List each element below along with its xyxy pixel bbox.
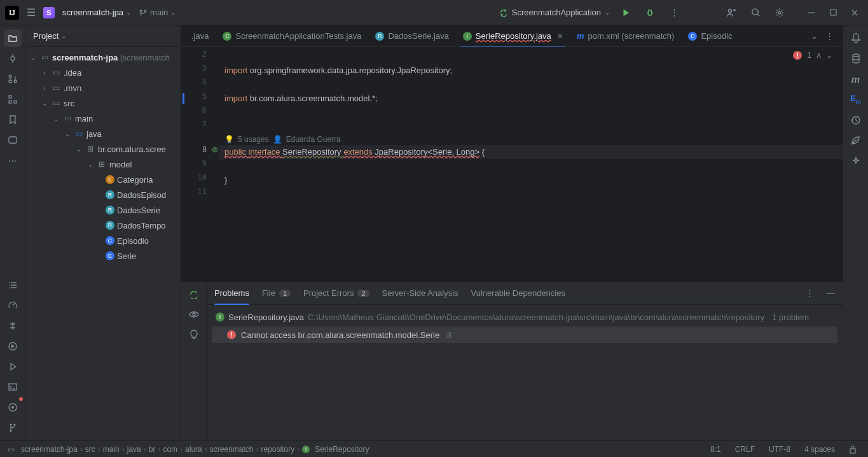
entity-button[interactable]: Em: [847, 90, 865, 108]
line-number[interactable]: 3: [181, 64, 219, 78]
ai-button[interactable]: [847, 151, 865, 169]
vcs-branch[interactable]: main ⌄: [139, 8, 176, 17]
profiler-tool-button[interactable]: [4, 297, 22, 314]
tree-main[interactable]: ⌄▭main: [25, 111, 181, 126]
breadcrumb[interactable]: screenmatch-jpa›src›main›java›br›com›alu…: [21, 445, 369, 454]
terminal-tool-button[interactable]: [4, 378, 22, 396]
problem-file-row[interactable]: I SerieRepository.java C:\Users\Matheus …: [212, 309, 837, 325]
problems-hide[interactable]: —: [827, 282, 835, 305]
tree-src[interactable]: ⌄▭src: [25, 95, 181, 111]
problem-file-path: C:\Users\Matheus Giancott\OneDrive\Docum…: [308, 313, 764, 322]
tab-serierepository[interactable]: ISerieRepository.java×: [457, 25, 569, 47]
run-button[interactable]: [617, 4, 634, 21]
maven-button[interactable]: m: [847, 70, 865, 88]
tree-mvn[interactable]: ›▭.mvn: [25, 80, 181, 95]
intellij-logo[interactable]: IJ: [5, 6, 19, 20]
tab-pom[interactable]: mpom.xml (screenmatch): [570, 25, 680, 47]
minimize-button[interactable]: [803, 4, 820, 21]
line-number[interactable]: 7: [181, 120, 219, 134]
tab-screenmatch-tests[interactable]: CScreenmatchApplicationTests.java: [216, 25, 368, 47]
history-button[interactable]: [847, 111, 865, 129]
tab-project-errors[interactable]: Project Errors2: [303, 282, 369, 305]
code-hint[interactable]: 💡5 usages👤Eduarda Guerra: [219, 134, 843, 145]
tree-root[interactable]: ⌄▭screenmatch-jpa [screenmatch: [25, 50, 181, 65]
bell-icon: [851, 33, 860, 43]
line-number[interactable]: 9: [181, 159, 219, 173]
line-number[interactable]: 2: [181, 50, 219, 64]
line-number[interactable]: 4: [181, 78, 219, 92]
code-content[interactable]: ! 1 ᴧ ⌄ import org.springframework.data.…: [219, 47, 843, 281]
tree-episodio[interactable]: CEpisodio: [25, 233, 181, 248]
readonly-toggle[interactable]: [845, 445, 860, 454]
tab-file[interactable]: File1: [262, 282, 291, 305]
tab-dadosserie[interactable]: RDadosSerie.java: [369, 25, 455, 47]
code-with-me-button[interactable]: [723, 4, 740, 21]
tree-java[interactable]: ⌄▭java: [25, 126, 181, 141]
main-menu-icon[interactable]: ☰: [27, 6, 36, 18]
notifications-button[interactable]: [847, 29, 865, 47]
spring-button[interactable]: [847, 131, 865, 149]
endpoints-tool-button[interactable]: [4, 317, 22, 335]
problems-options[interactable]: ⋮: [806, 282, 814, 305]
no-usages-icon[interactable]: ⊘: [212, 145, 218, 154]
tab-episodic[interactable]: CEpisodic: [682, 25, 738, 47]
line-number[interactable]: 6: [181, 106, 219, 120]
line-number[interactable]: 11: [181, 187, 219, 201]
run-tool-button[interactable]: [4, 358, 22, 376]
problems-list: I SerieRepository.java C:\Users\Matheus …: [207, 305, 843, 440]
file-encoding[interactable]: UTF-8: [765, 445, 794, 454]
tree-model[interactable]: ⌄⊞model: [25, 157, 181, 172]
line-separator[interactable]: CRLF: [731, 445, 759, 454]
tab-server-analysis[interactable]: Server-Side Analysis: [382, 282, 458, 305]
tree-dadosserie[interactable]: RDadosSerie: [25, 202, 181, 218]
close-tab-icon[interactable]: ×: [558, 31, 563, 41]
cursor-position[interactable]: 8:1: [706, 445, 725, 454]
search-button[interactable]: [747, 4, 764, 21]
project-tool-button[interactable]: [4, 29, 22, 47]
project-panel-header[interactable]: Project ⌄: [25, 25, 181, 47]
left-tool-rail: ⋯: [0, 25, 25, 440]
problems-tool-button[interactable]: [4, 398, 22, 416]
todo-tool-button[interactable]: [4, 276, 22, 294]
persistence-tool-button[interactable]: [4, 131, 22, 149]
endpoints-icon: [8, 321, 18, 331]
tab-partial[interactable]: .java: [185, 25, 215, 47]
tree-pkg[interactable]: ⌄⊞br.com.alura.scree: [25, 141, 181, 157]
line-number[interactable]: 5: [181, 92, 219, 106]
tab-vulnerable[interactable]: Vulnerable Dependencies: [471, 282, 565, 305]
line-number[interactable]: 8⊘: [181, 145, 219, 159]
structure-tool-button[interactable]: [4, 90, 22, 108]
tree-serie[interactable]: CSerie: [25, 248, 181, 264]
suggest-button[interactable]: [186, 327, 202, 343]
project-selector[interactable]: screenmatch-jpa ⌄: [62, 8, 131, 17]
more-actions[interactable]: ⋮: [666, 4, 682, 21]
tabs-dropdown[interactable]: ⌄: [808, 30, 820, 42]
author-icon: 👤: [273, 134, 282, 145]
bookmarks-tool-button[interactable]: [4, 111, 22, 129]
settings-button[interactable]: [771, 4, 788, 21]
minimize-icon: [808, 9, 815, 17]
problem-error-row[interactable]: ! Cannot access br.com.alura.screenmatch…: [212, 327, 837, 343]
tree-dadostemp[interactable]: RDadosTempo: [25, 218, 181, 233]
pull-requests-button[interactable]: [4, 70, 22, 88]
services-tool-button[interactable]: [4, 337, 22, 355]
tree-dadosepisod[interactable]: RDadosEpisod: [25, 187, 181, 202]
view-button[interactable]: [186, 306, 202, 323]
maximize-button[interactable]: [825, 4, 841, 21]
tree-categoria[interactable]: ECategoria: [25, 172, 181, 187]
indent-setting[interactable]: 4 spaces: [801, 445, 839, 454]
debug-button[interactable]: [642, 4, 658, 21]
maven-icon: m: [577, 31, 584, 41]
more-tools-button[interactable]: ⋯: [4, 151, 22, 169]
tree-idea[interactable]: ›▭.idea: [25, 65, 181, 80]
git-tool-button[interactable]: [4, 419, 22, 437]
run-configuration[interactable]: ScreenmatchApplication ⌄: [499, 8, 610, 17]
close-button[interactable]: [846, 4, 863, 21]
code-editor[interactable]: 2 3 4 5 6 7 8⊘ 9 10 11 ! 1 ᴧ ⌄: [181, 47, 843, 281]
tab-problems[interactable]: Problems: [214, 282, 249, 305]
line-number[interactable]: 10: [181, 173, 219, 187]
commit-tool-button[interactable]: [4, 50, 22, 67]
database-button[interactable]: [847, 50, 865, 67]
refresh-button[interactable]: [186, 286, 202, 302]
tabs-kebab[interactable]: ⋮: [823, 30, 836, 42]
